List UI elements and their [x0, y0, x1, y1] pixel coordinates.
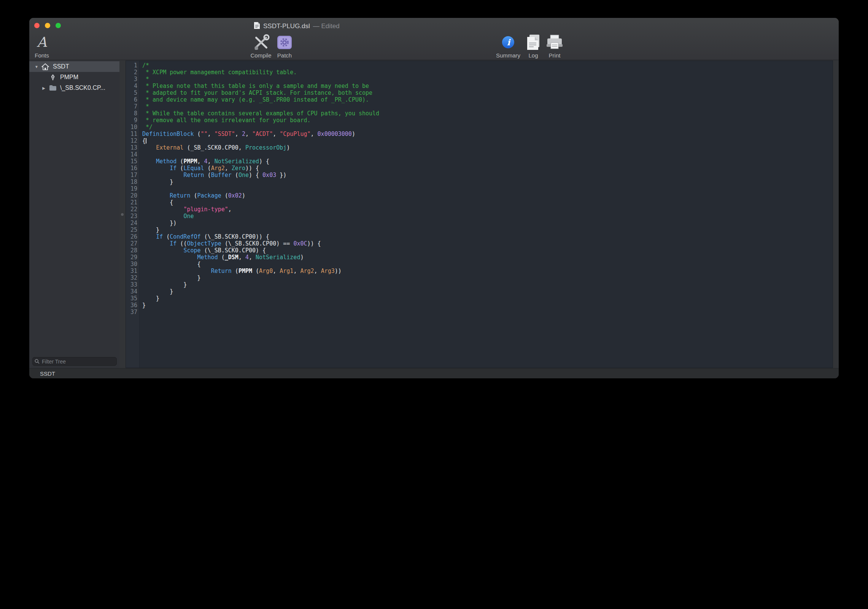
log-label: Log [528, 52, 538, 59]
patch-item-icon [49, 74, 56, 81]
code-line: } [142, 274, 833, 281]
traffic-lights [34, 23, 61, 28]
status-bar: SSDT [29, 368, 839, 378]
pane-splitter[interactable] [119, 61, 126, 368]
window-title-edited: — Edited [313, 22, 340, 30]
code-line [142, 151, 833, 158]
code-line [142, 185, 833, 192]
document-icon [254, 22, 260, 31]
disclosure-down-icon[interactable]: ▼ [34, 65, 39, 69]
print-button[interactable]: Print [546, 33, 563, 59]
code-line: Return (Buffer (One) { 0x03 }) [142, 172, 833, 179]
sidebar: ▼ SSDT PMPM [29, 61, 119, 368]
close-button[interactable] [34, 23, 40, 28]
sidebar-item-ssdt[interactable]: ▼ SSDT [29, 61, 119, 72]
code-line: * XCPM power management compatibility ta… [142, 69, 833, 76]
filter-tree-input[interactable] [32, 357, 117, 366]
compile-tools-icon [252, 33, 270, 51]
code-line: } [142, 288, 833, 295]
folder-icon [49, 85, 57, 91]
log-button[interactable]: Log [526, 33, 541, 59]
line-number-gutter: 1234567891011121314151617181920212223242… [126, 61, 140, 368]
code-line: Return (Package (0x02) [142, 192, 833, 199]
code-line: * [142, 103, 833, 110]
filter-tree-field [32, 357, 117, 366]
printer-icon [546, 33, 563, 51]
sidebar-item-label: \_SB.SCK0.CP... [60, 84, 105, 91]
code-line: }) [142, 220, 833, 226]
print-label: Print [549, 52, 561, 59]
code-line: DefinitionBlock ("", "SSDT", 2, "ACDT", … [142, 131, 833, 137]
code-editor[interactable]: 1234567891011121314151617181920212223242… [126, 61, 833, 368]
app-window: SSDT-PLUG.dsl — Edited A Fonts Compile [29, 18, 839, 378]
code-line: * adapted to fit your board's ACPI stack… [142, 89, 833, 96]
compile-label: Compile [250, 52, 271, 59]
sidebar-item-label: SSDT [53, 63, 69, 70]
house-icon [41, 63, 49, 70]
sidebar-item-sb-sck0[interactable]: ▶ \_SB.SCK0.CP... [29, 83, 119, 93]
info-icon: i [502, 33, 515, 51]
summary-label: Summary [496, 52, 520, 59]
window-title: SSDT-PLUG.dsl [263, 22, 310, 30]
fonts-button[interactable]: A Fonts [35, 33, 49, 59]
patch-label: Patch [277, 52, 292, 59]
code-line: "plugin-type", [142, 206, 833, 213]
tree: ▼ SSDT PMPM [29, 61, 119, 93]
patch-gear-icon [277, 33, 292, 51]
code-line: If (CondRefOf (\_SB.SCK0.CP00)) { [142, 233, 833, 240]
zoom-button[interactable] [56, 23, 61, 28]
summary-button[interactable]: i Summary [496, 33, 520, 59]
code-line [142, 309, 833, 316]
code-line: Return (PMPM (Arg0, Arg1, Arg2, Arg3)) [142, 268, 833, 274]
code-line: } [142, 295, 833, 302]
code-line: If (LEqual (Arg2, Zero)) { [142, 165, 833, 172]
code-line: If ((ObjectType (\_SB.SCK0.CP00) == 0x0C… [142, 240, 833, 247]
patch-button[interactable]: Patch [277, 33, 292, 59]
window-title-group: SSDT-PLUG.dsl — Edited [254, 22, 340, 31]
code-line: } [142, 302, 833, 309]
code-line: { [142, 137, 833, 144]
code-area[interactable]: /* * XCPM power management compatibility… [140, 61, 833, 368]
code-line: External (_SB_.SCK0.CP00, ProcessorObj) [142, 144, 833, 151]
code-line: } [142, 179, 833, 185]
code-line: Method (_DSM, 4, NotSerialized) [142, 254, 833, 261]
code-line: { [142, 199, 833, 206]
sidebar-item-pmpm[interactable]: PMPM [29, 72, 119, 83]
code-line: Method (PMPM, 4, NotSerialized) { [142, 158, 833, 165]
disclosure-right-icon[interactable]: ▶ [41, 86, 46, 90]
code-line: */ [142, 124, 833, 131]
window-chrome: SSDT-PLUG.dsl — Edited A Fonts Compile [29, 18, 839, 60]
code-line: One [142, 213, 833, 220]
code-line: * While the table contains several examp… [142, 110, 833, 117]
text-caret [146, 138, 146, 143]
fonts-icon: A [37, 35, 47, 49]
sidebar-item-label: PMPM [60, 74, 78, 81]
splitter-handle-icon [121, 213, 124, 216]
compile-button[interactable]: Compile [250, 33, 271, 59]
search-icon [35, 359, 40, 364]
code-line: * and device name may vary (e.g. _SB_.PR… [142, 96, 833, 103]
code-line: Scope (\_SB.SCK0.CP00) { [142, 247, 833, 254]
code-line: } [142, 226, 833, 233]
minimize-button[interactable] [45, 23, 50, 28]
code-line: /* [142, 62, 833, 69]
fonts-label: Fonts [35, 52, 49, 59]
log-document-icon [526, 33, 541, 51]
code-line: * Please note that this table is only a … [142, 83, 833, 89]
code-line: { [142, 261, 833, 268]
status-text: SSDT [40, 370, 55, 377]
code-line: } [142, 281, 833, 288]
code-line: * remove all the ones irrelevant for you… [142, 117, 833, 124]
code-line: * [142, 76, 833, 83]
